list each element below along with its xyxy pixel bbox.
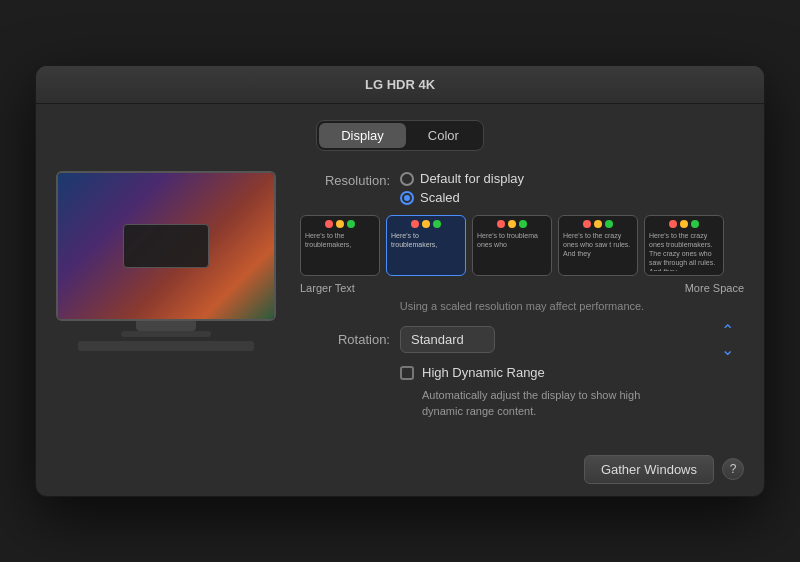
dot-green-4	[691, 220, 699, 228]
gather-windows-button[interactable]: Gather Windows	[584, 455, 714, 484]
scaled-grid: Here's to the troublemakers, Here's to t…	[300, 215, 744, 276]
resolution-default-label: Default for display	[420, 171, 524, 186]
tab-color[interactable]: Color	[406, 123, 481, 148]
hdr-checkbox[interactable]	[400, 366, 414, 380]
resolution-options: Default for display Scaled	[400, 171, 524, 205]
dots-4	[669, 220, 699, 228]
monitor-stand	[136, 321, 196, 331]
rotation-row: Rotation: Standard 90° 180° 270° ⌃⌄	[300, 326, 744, 353]
dots-2	[497, 220, 527, 228]
resolution-default[interactable]: Default for display	[400, 171, 524, 186]
monitor-screen	[58, 173, 274, 319]
chevron-down-icon: ⌃⌄	[721, 321, 734, 359]
window-title: LG HDR 4K	[365, 77, 435, 92]
scaled-item-text-3: Here's to the crazy ones who saw t rules…	[563, 231, 633, 258]
resolution-scaled-label: Scaled	[420, 190, 460, 205]
scaled-item-2[interactable]: Here's to troublema ones who	[472, 215, 552, 276]
title-bar: LG HDR 4K	[36, 66, 764, 104]
rotation-select[interactable]: Standard 90° 180° 270°	[400, 326, 495, 353]
scaled-item-4[interactable]: Here's to the crazy ones troublemakers. …	[644, 215, 724, 276]
monitor-base	[121, 331, 211, 337]
radio-default	[400, 172, 414, 186]
dot-red-3	[583, 220, 591, 228]
monitor-dialog	[123, 224, 209, 268]
help-button[interactable]: ?	[722, 458, 744, 480]
dot-red-4	[669, 220, 677, 228]
dot-green-1	[433, 220, 441, 228]
rotation-label: Rotation:	[300, 332, 390, 347]
dot-yellow-1	[422, 220, 430, 228]
resolution-scaled[interactable]: Scaled	[400, 190, 524, 205]
radio-scaled	[400, 191, 414, 205]
scaled-item-text-1: Here's to troublemakers,	[391, 231, 461, 249]
scaled-options: Here's to the troublemakers, Here's to t…	[300, 215, 744, 312]
hdr-description: Automatically adjust the display to show…	[422, 388, 640, 419]
tab-group: Display Color	[316, 120, 484, 151]
dot-red-1	[411, 220, 419, 228]
scaled-item-text-4: Here's to the crazy ones troublemakers. …	[649, 231, 719, 271]
dots-1	[411, 220, 441, 228]
bottom-bar: Gather Windows ?	[36, 439, 764, 496]
monitor-preview	[56, 171, 276, 351]
dot-yellow-2	[508, 220, 516, 228]
hdr-header: High Dynamic Range	[400, 365, 545, 380]
hdr-section: High Dynamic Range Automatically adjust …	[400, 365, 744, 419]
hdr-title: High Dynamic Range	[422, 365, 545, 380]
rotation-select-wrap: Standard 90° 180° 270° ⌃⌄	[400, 326, 744, 353]
dot-red-0	[325, 220, 333, 228]
dot-red-2	[497, 220, 505, 228]
label-larger-text: Larger Text	[300, 282, 355, 294]
scaled-item-1[interactable]: Here's to troublemakers,	[386, 215, 466, 276]
scaled-item-3[interactable]: Here's to the crazy ones who saw t rules…	[558, 215, 638, 276]
monitor-display	[56, 171, 276, 321]
tab-bar: Display Color	[56, 120, 744, 151]
dot-green-3	[605, 220, 613, 228]
resolution-label: Resolution:	[300, 171, 390, 188]
scaled-item-0[interactable]: Here's to the troublemakers,	[300, 215, 380, 276]
scaled-labels: Larger Text More Space	[300, 282, 744, 294]
scaled-item-text-0: Here's to the troublemakers,	[305, 231, 375, 249]
dots-0	[325, 220, 355, 228]
dot-yellow-0	[336, 220, 344, 228]
scaled-item-text-2: Here's to troublema ones who	[477, 231, 547, 249]
dots-3	[583, 220, 613, 228]
settings-panel: Resolution: Default for display Scaled	[300, 171, 744, 419]
performance-note: Using a scaled resolution may affect per…	[300, 300, 744, 312]
label-more-space: More Space	[685, 282, 744, 294]
dot-yellow-4	[680, 220, 688, 228]
dot-green-0	[347, 220, 355, 228]
monitor-dock	[78, 341, 254, 351]
dot-yellow-3	[594, 220, 602, 228]
resolution-row: Resolution: Default for display Scaled	[300, 171, 744, 205]
tab-display[interactable]: Display	[319, 123, 406, 148]
dot-green-2	[519, 220, 527, 228]
preferences-window: LG HDR 4K Display Color	[35, 65, 765, 497]
